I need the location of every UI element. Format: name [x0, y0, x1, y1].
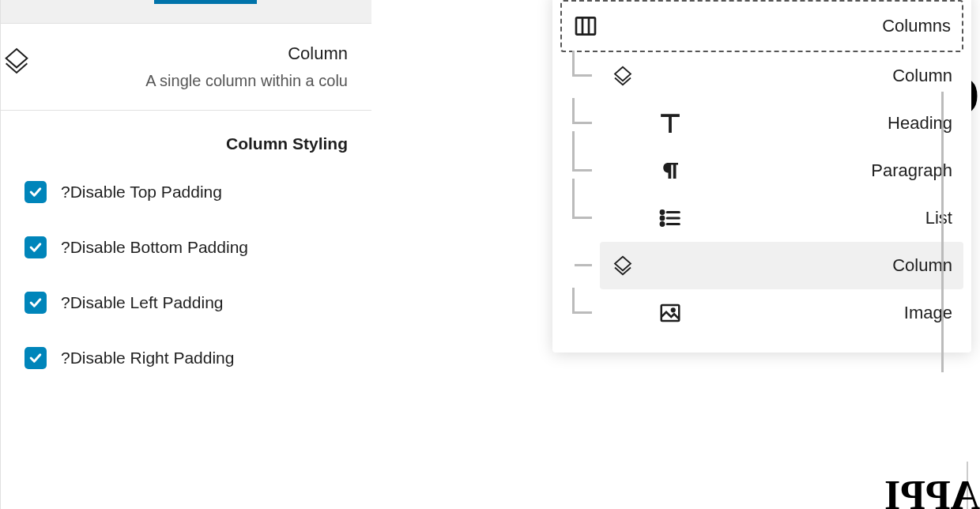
- block-description: A single column within a colu: [44, 72, 348, 90]
- section-title: Column Styling: [24, 134, 348, 153]
- svg-rect-0: [576, 17, 595, 34]
- svg-point-3: [661, 211, 664, 214]
- active-tab-indicator: [154, 0, 257, 4]
- editor-canvas[interactable]: ON dit APPI Columns: [371, 0, 980, 509]
- settings-sidebar: Column A single column within a colu Col…: [0, 0, 371, 509]
- checkbox-checked-icon[interactable]: [24, 181, 47, 203]
- tree-item-paragraph[interactable]: Paragraph: [647, 147, 963, 194]
- block-header: Column A single column within a colu: [1, 24, 371, 111]
- heading-icon: [658, 111, 682, 135]
- tree-item-label: Column: [647, 255, 952, 276]
- toggle-disable-top-padding[interactable]: Disable Top Padding?: [24, 181, 348, 203]
- toggle-disable-bottom-padding[interactable]: Disable Bottom Padding?: [24, 236, 348, 258]
- sidebar-tab-bar: [1, 0, 371, 24]
- svg-point-10: [672, 308, 675, 311]
- tree-item-list[interactable]: List: [647, 194, 963, 242]
- paragraph-icon: [658, 159, 682, 183]
- column-icon: [1, 45, 32, 77]
- tree-item-label: Heading: [695, 113, 952, 134]
- tree-item-label: Columns: [611, 16, 951, 36]
- svg-point-5: [661, 223, 664, 226]
- tree-connector: [560, 100, 600, 123]
- checkbox-checked-icon[interactable]: [24, 292, 47, 314]
- block-list-popover: Columns C: [552, 0, 971, 353]
- columns-icon: [573, 13, 598, 39]
- tree-connector: [941, 92, 944, 372]
- tree-connector: [560, 52, 600, 76]
- column-icon: [611, 254, 635, 277]
- image-icon: [658, 301, 682, 325]
- list-icon: [658, 206, 682, 230]
- tree-connector: [560, 242, 600, 266]
- tree-item-column[interactable]: Column: [600, 52, 963, 100]
- toggle-label: Disable Left Padding?: [61, 293, 224, 312]
- toggle-disable-left-padding[interactable]: Disable Left Padding?: [24, 292, 348, 314]
- checkbox-checked-icon[interactable]: [24, 236, 47, 258]
- tree-item-label: Paragraph: [695, 160, 952, 181]
- column-icon: [611, 64, 635, 88]
- tree-connector: [560, 194, 600, 218]
- tree-item-label: List: [695, 208, 952, 228]
- block-title: Column: [44, 43, 348, 64]
- svg-point-4: [661, 217, 664, 220]
- checkbox-checked-icon[interactable]: [24, 347, 47, 369]
- tree-item-image[interactable]: Image: [647, 289, 963, 337]
- column-styling-section: Column Styling Disable Top Padding? Disa…: [1, 111, 371, 410]
- toggle-label: Disable Right Padding?: [61, 349, 234, 368]
- tree-connector: [560, 289, 600, 313]
- toggle-disable-right-padding[interactable]: Disable Right Padding?: [24, 347, 348, 369]
- tree-connector: [560, 147, 600, 171]
- tree-item-label: Column: [647, 66, 952, 86]
- tree-item-heading[interactable]: Heading: [647, 100, 963, 147]
- tree-item-label: Image: [695, 303, 952, 323]
- content-partial-word: APPI: [869, 472, 980, 509]
- tree-item-columns[interactable]: Columns: [560, 0, 963, 52]
- tree-item-column-selected[interactable]: Column: [600, 242, 963, 289]
- toggle-label: Disable Top Padding?: [61, 183, 222, 202]
- toggle-label: Disable Bottom Padding?: [61, 238, 248, 257]
